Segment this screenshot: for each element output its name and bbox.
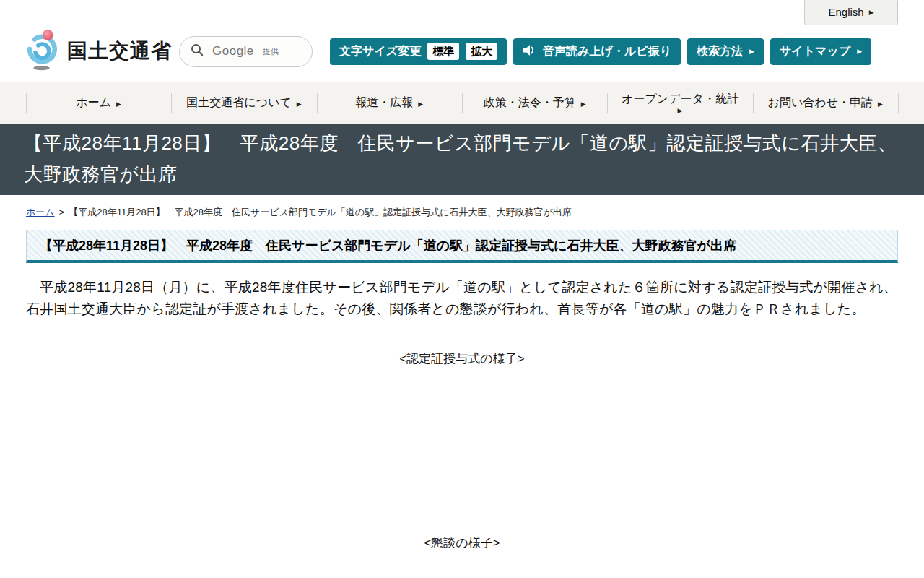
- nav-item-opendata[interactable]: オープンデータ・統計 ▶: [607, 82, 752, 124]
- nav-item-label: お問い合わせ・申請: [768, 95, 873, 111]
- english-label: English: [828, 6, 863, 18]
- article-paragraph: 平成28年11月28日（月）に、平成28年度住民サービス部門モデル「道の駅」とし…: [26, 277, 898, 320]
- nav-item-label: ホーム: [76, 95, 111, 111]
- nav-item-about[interactable]: 国土交通省について ▶: [171, 82, 316, 124]
- nav-item-contact[interactable]: お問い合わせ・申請 ▶: [753, 82, 898, 124]
- chevron-down-line-icon: ▶: [678, 107, 683, 114]
- english-button[interactable]: English ▶: [804, 0, 898, 25]
- speech-readout-label: 音声読み上げ・ルビ振り: [543, 44, 671, 59]
- search-method-label: 検索方法: [697, 44, 743, 59]
- nav-item-label: オープンデータ・統計: [622, 92, 738, 105]
- chevron-right-icon: ▶: [878, 100, 883, 108]
- nav-item-label: 報道・広報: [355, 95, 413, 111]
- mlit-logo-icon: [25, 27, 63, 75]
- chevron-right-icon: ▶: [116, 100, 121, 108]
- article-heading-text: 【平成28年11月28日】 平成28年度 住民サービス部門モデル「道の駅」認定証…: [40, 238, 736, 253]
- nav-item-home[interactable]: ホーム ▶: [26, 82, 171, 124]
- search-icon: [191, 43, 204, 59]
- site-header: English ▶ 国土交通省: [0, 0, 924, 82]
- breadcrumb-home-link[interactable]: ホーム: [26, 207, 55, 217]
- chevron-right-icon: ▶: [869, 9, 874, 16]
- nav-item-policy[interactable]: 政策・法令・予算 ▶: [462, 82, 607, 124]
- chevron-right-icon: ▶: [418, 100, 423, 108]
- breadcrumb-current: 【平成28年11月28日】 平成28年度 住民サービス部門モデル「道の駅」認定証…: [69, 207, 572, 217]
- chevron-right-icon: ▶: [749, 48, 754, 55]
- font-size-label: 文字サイズ変更: [339, 44, 421, 59]
- article-heading: 【平成28年11月28日】 平成28年度 住民サービス部門モデル「道の駅」認定証…: [26, 230, 898, 263]
- ceremony-caption: <認定証授与式の様子>: [0, 350, 924, 367]
- sitemap-label: サイトマップ: [780, 44, 850, 59]
- sitemap-button[interactable]: サイトマップ ▶: [770, 38, 871, 65]
- nav-item-press[interactable]: 報道・広報 ▶: [317, 82, 462, 124]
- search-method-button[interactable]: 検索方法 ▶: [687, 38, 764, 65]
- search-input[interactable]: Google 提供: [179, 36, 313, 67]
- font-size-button: 文字サイズ変更 標準 拡大: [330, 38, 507, 65]
- chevron-right-icon: ▶: [581, 100, 586, 108]
- chevron-right-icon: ▶: [297, 100, 302, 108]
- nav-item-label: 政策・法令・予算: [484, 95, 576, 111]
- site-title: 国土交通省: [67, 38, 172, 65]
- search-provider-label: Google: [212, 44, 254, 59]
- breadcrumb: ホーム>【平成28年11月28日】 平成28年度 住民サービス部門モデル「道の駅…: [26, 206, 898, 219]
- page-title-banner: 【平成28年11月28日】 平成28年度 住民サービス部門モデル「道の駅」認定証…: [0, 124, 924, 195]
- font-size-standard-button[interactable]: 標準: [427, 43, 459, 60]
- photo-placeholder-area: [0, 367, 924, 535]
- breadcrumb-separator: >: [59, 207, 65, 217]
- search-provider-note: 提供: [263, 46, 279, 57]
- chevron-right-icon: ▶: [857, 48, 862, 55]
- page-title: 【平成28年11月28日】 平成28年度 住民サービス部門モデル「道の駅」認定証…: [24, 132, 897, 185]
- speech-readout-button[interactable]: 音声読み上げ・ルビ振り: [513, 38, 681, 65]
- nav-item-label: 国土交通省について: [186, 95, 292, 111]
- font-size-large-button[interactable]: 拡大: [466, 43, 497, 60]
- speaker-icon: [523, 44, 536, 59]
- meeting-caption: <懇談の様子>: [0, 535, 924, 551]
- mlit-logo[interactable]: 国土交通省: [25, 27, 172, 75]
- global-nav: ホーム ▶ 国土交通省について ▶ 報道・広報 ▶ 政策・法令・予算 ▶ オープ…: [0, 82, 924, 124]
